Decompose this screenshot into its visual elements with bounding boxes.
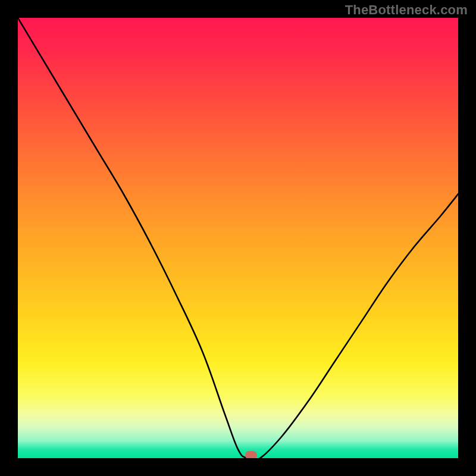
- optimum-marker: [245, 451, 257, 458]
- watermark-text: TheBottleneck.com: [345, 2, 468, 18]
- chart-frame: TheBottleneck.com: [0, 0, 476, 476]
- plot-area: [18, 18, 458, 458]
- bottleneck-curve: [18, 18, 458, 458]
